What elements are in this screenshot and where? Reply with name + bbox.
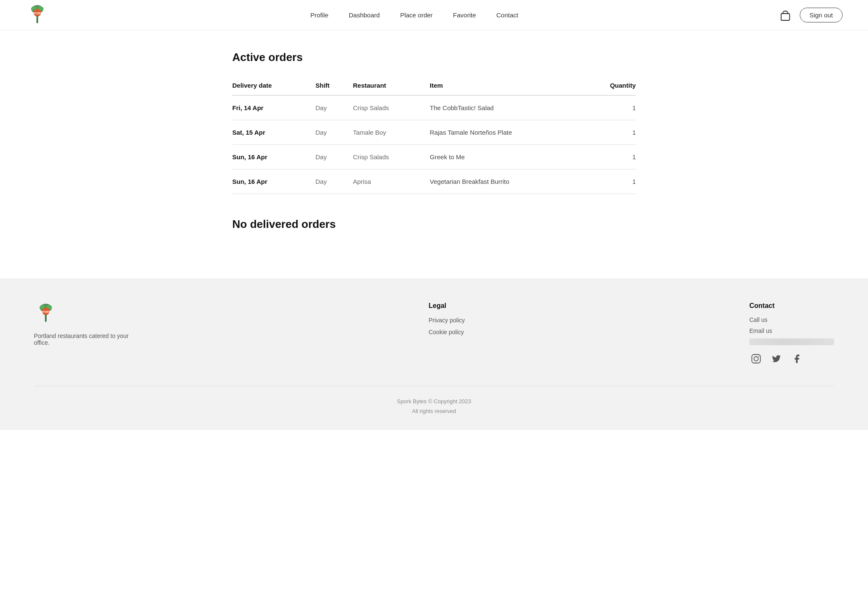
table-row: Sun, 16 Apr Day Aprisa Vegetarian Breakf…: [232, 169, 636, 194]
svg-rect-12: [45, 314, 47, 322]
cell-quantity: 1: [590, 145, 636, 169]
privacy-policy-link[interactable]: Privacy policy: [428, 317, 465, 324]
col-item: Item: [430, 78, 590, 95]
col-quantity: Quantity: [590, 78, 636, 95]
cookie-policy-link[interactable]: Cookie policy: [428, 329, 464, 335]
active-orders-title: Active orders: [232, 51, 636, 64]
table-header-row: Delivery date Shift Restaurant Item Quan…: [232, 78, 636, 95]
cell-shift: Day: [315, 169, 353, 194]
cell-item: The CobbTastic! Salad: [430, 95, 590, 120]
cell-item: Greek to Me: [430, 145, 590, 169]
footer-tagline: Portland restaurants catered to your off…: [34, 333, 144, 346]
spork-logo-icon: SPORK: [25, 3, 49, 27]
contact-blurred-text: [749, 338, 834, 345]
table-row: Fri, 14 Apr Day Crisp Salads The CobbTas…: [232, 95, 636, 120]
cell-item: Vegetarian Breakfast Burrito: [430, 169, 590, 194]
footer-legal-heading: Legal: [428, 302, 465, 310]
svg-rect-6: [781, 14, 790, 20]
nav-actions: Sign out: [779, 8, 843, 22]
email-us-link[interactable]: Email us: [749, 327, 834, 334]
no-delivered-title: No delivered orders: [232, 218, 636, 231]
footer-logo-icon: SPORK: [34, 302, 58, 326]
main-content: Active orders Delivery date Shift Restau…: [222, 30, 646, 278]
cell-restaurant: Crisp Salads: [353, 145, 430, 169]
cell-restaurant: Crisp Salads: [353, 95, 430, 120]
cell-shift: Day: [315, 95, 353, 120]
nav-place-order[interactable]: Place order: [400, 11, 433, 19]
nav-dashboard[interactable]: Dashboard: [349, 11, 380, 19]
cell-shift: Day: [315, 145, 353, 169]
active-orders-table: Delivery date Shift Restaurant Item Quan…: [232, 78, 636, 194]
cell-date: Sat, 15 Apr: [232, 120, 315, 145]
footer-contact-heading: Contact: [749, 302, 834, 310]
cell-quantity: 1: [590, 95, 636, 120]
cell-restaurant: Tamale Boy: [353, 120, 430, 145]
sign-out-button[interactable]: Sign out: [800, 8, 843, 22]
footer: SPORK Portland restaurants catered to yo…: [0, 278, 868, 430]
cell-date: Sun, 16 Apr: [232, 145, 315, 169]
footer-legal: Legal Privacy policy Cookie policy: [428, 302, 465, 340]
cell-date: Sun, 16 Apr: [232, 169, 315, 194]
cell-restaurant: Aprisa: [353, 169, 430, 194]
nav-contact[interactable]: Contact: [496, 11, 518, 19]
footer-bottom: Spork Bytes © Copyright 2023 All rights …: [34, 386, 834, 416]
cell-quantity: 1: [590, 120, 636, 145]
footer-rights: All rights reserved: [34, 406, 834, 416]
table-row: Sun, 16 Apr Day Crisp Salads Greek to Me…: [232, 145, 636, 169]
col-delivery-date: Delivery date: [232, 78, 315, 95]
svg-rect-13: [752, 355, 760, 363]
svg-text:SPORK: SPORK: [32, 12, 43, 15]
cell-date: Fri, 14 Apr: [232, 95, 315, 120]
footer-brand: SPORK Portland restaurants catered to yo…: [34, 302, 144, 346]
svg-point-15: [758, 356, 759, 357]
col-shift: Shift: [315, 78, 353, 95]
cell-shift: Day: [315, 120, 353, 145]
facebook-icon[interactable]: [790, 352, 804, 366]
bag-icon[interactable]: [779, 9, 791, 21]
footer-copyright: Spork Bytes © Copyright 2023: [34, 396, 834, 406]
nav-links: Profile Dashboard Place order Favorite C…: [310, 11, 518, 19]
nav-favorite[interactable]: Favorite: [453, 11, 476, 19]
cell-quantity: 1: [590, 169, 636, 194]
logo[interactable]: SPORK: [25, 3, 49, 27]
call-us-link[interactable]: Call us: [749, 316, 834, 323]
col-restaurant: Restaurant: [353, 78, 430, 95]
twitter-icon[interactable]: [770, 352, 783, 366]
svg-rect-5: [36, 16, 38, 23]
cell-item: Rajas Tamale Norteños Plate: [430, 120, 590, 145]
navbar: SPORK Profile Dashboard Place order Favo…: [0, 0, 868, 30]
instagram-icon[interactable]: [749, 352, 763, 366]
footer-contact: Contact Call us Email us: [749, 302, 834, 366]
footer-top: SPORK Portland restaurants catered to yo…: [34, 302, 834, 366]
nav-profile[interactable]: Profile: [310, 11, 328, 19]
social-icons: [749, 352, 834, 366]
table-row: Sat, 15 Apr Day Tamale Boy Rajas Tamale …: [232, 120, 636, 145]
svg-text:SPORK: SPORK: [41, 310, 51, 313]
svg-point-14: [754, 357, 758, 361]
